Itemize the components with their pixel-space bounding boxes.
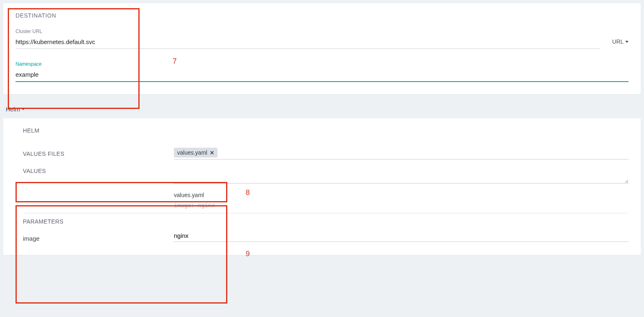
namespace-row: Namespace [16,61,628,82]
values-label: VALUES [23,168,174,174]
url-type-label: URL [612,38,624,45]
parameter-key: image [23,235,174,242]
values-row: VALUES [23,162,628,187]
values-preview-content: image: nginx [174,202,628,209]
parameter-row: image [23,232,628,244]
parameters-heading-row: PARAMETERS [23,213,628,232]
cluster-url-label: Cluster URL [16,29,600,34]
namespace-input[interactable] [16,70,628,82]
cluster-url-input[interactable] [16,38,600,49]
caret-down-icon [625,41,628,43]
parameters-label: PARAMETERS [23,218,174,225]
values-preview-filename: values.yaml [174,192,628,198]
cluster-url-row: Cluster URL URL [16,29,628,49]
values-file-chip-label: values.yaml [177,149,207,156]
close-icon[interactable]: ✕ [210,150,214,156]
source-type-label: Helm [6,106,20,113]
destination-card: DESTINATION Cluster URL URL Namespace [3,3,641,94]
url-type-dropdown[interactable]: URL [612,38,628,49]
namespace-label: Namespace [16,61,628,67]
values-textarea[interactable] [174,168,628,184]
parameter-value-input[interactable] [174,232,628,242]
destination-heading: DESTINATION [16,12,628,19]
caret-down-icon [22,108,25,110]
values-files-input-area[interactable]: values.yaml ✕ [174,148,628,160]
values-preview-row: values.yaml image: nginx [23,187,628,213]
helm-heading: HELM [23,127,628,134]
source-type-dropdown[interactable]: Helm [6,106,644,113]
helm-card: HELM VALUES FILES values.yaml ✕ VALUES v… [3,118,641,255]
values-file-chip: values.yaml ✕ [174,148,218,157]
values-files-label: VALUES FILES [23,151,174,157]
values-files-row: VALUES FILES values.yaml ✕ [23,143,628,162]
